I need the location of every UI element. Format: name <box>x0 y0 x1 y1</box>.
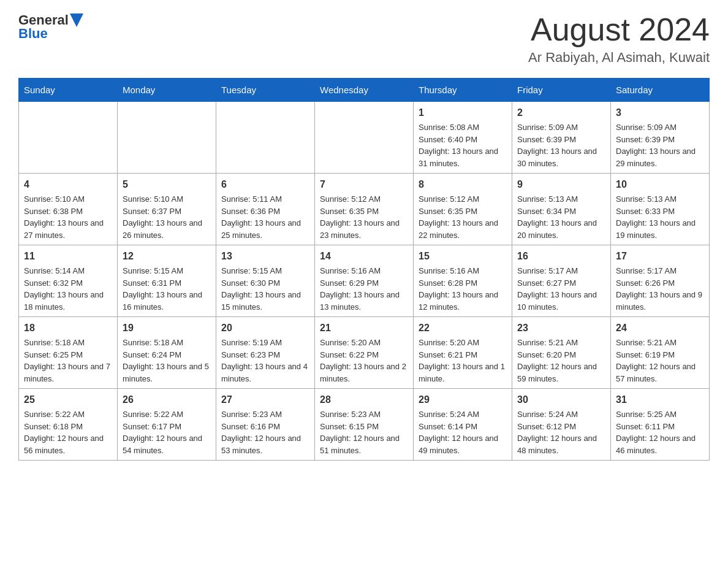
calendar-header-monday: Monday <box>118 79 216 102</box>
day-info: Sunrise: 5:10 AM Sunset: 6:38 PM Dayligh… <box>24 194 104 240</box>
day-info: Sunrise: 5:13 AM Sunset: 6:34 PM Dayligh… <box>517 194 597 240</box>
day-number: 8 <box>419 177 507 192</box>
day-number: 12 <box>123 249 211 264</box>
day-number: 2 <box>517 105 605 120</box>
day-number: 5 <box>123 177 211 192</box>
day-info: Sunrise: 5:23 AM Sunset: 6:15 PM Dayligh… <box>320 410 400 455</box>
day-info: Sunrise: 5:22 AM Sunset: 6:17 PM Dayligh… <box>123 410 202 455</box>
day-info: Sunrise: 5:24 AM Sunset: 6:14 PM Dayligh… <box>419 410 498 455</box>
calendar-cell: 21Sunrise: 5:20 AM Sunset: 6:22 PM Dayli… <box>315 317 414 389</box>
day-info: Sunrise: 5:18 AM Sunset: 6:25 PM Dayligh… <box>24 338 110 383</box>
calendar-week-row: 18Sunrise: 5:18 AM Sunset: 6:25 PM Dayli… <box>19 317 710 389</box>
day-number: 16 <box>517 249 605 264</box>
day-info: Sunrise: 5:13 AM Sunset: 6:33 PM Dayligh… <box>616 194 696 240</box>
day-number: 6 <box>221 177 309 192</box>
calendar-table: SundayMondayTuesdayWednesdayThursdayFrid… <box>18 78 710 461</box>
calendar-cell <box>315 102 414 174</box>
day-info: Sunrise: 5:19 AM Sunset: 6:23 PM Dayligh… <box>221 338 308 383</box>
day-number: 30 <box>517 393 605 407</box>
calendar-week-row: 4Sunrise: 5:10 AM Sunset: 6:38 PM Daylig… <box>19 174 710 245</box>
calendar-cell: 19Sunrise: 5:18 AM Sunset: 6:24 PM Dayli… <box>118 317 216 389</box>
calendar-cell: 11Sunrise: 5:14 AM Sunset: 6:32 PM Dayli… <box>19 245 118 317</box>
day-number: 20 <box>221 321 309 335</box>
calendar-cell: 17Sunrise: 5:17 AM Sunset: 6:26 PM Dayli… <box>611 245 710 317</box>
day-info: Sunrise: 5:21 AM Sunset: 6:20 PM Dayligh… <box>517 338 597 383</box>
day-number: 10 <box>616 177 704 192</box>
calendar-cell: 24Sunrise: 5:21 AM Sunset: 6:19 PM Dayli… <box>611 317 710 389</box>
calendar-cell: 15Sunrise: 5:16 AM Sunset: 6:28 PM Dayli… <box>414 245 512 317</box>
day-number: 15 <box>419 249 507 264</box>
day-number: 4 <box>24 177 112 192</box>
day-info: Sunrise: 5:08 AM Sunset: 6:40 PM Dayligh… <box>419 123 498 168</box>
calendar-cell: 8Sunrise: 5:12 AM Sunset: 6:35 PM Daylig… <box>414 174 512 245</box>
day-info: Sunrise: 5:09 AM Sunset: 6:39 PM Dayligh… <box>517 123 597 168</box>
day-number: 18 <box>24 321 112 335</box>
calendar-cell: 14Sunrise: 5:16 AM Sunset: 6:29 PM Dayli… <box>315 245 414 317</box>
calendar-cell: 28Sunrise: 5:23 AM Sunset: 6:15 PM Dayli… <box>315 389 414 461</box>
calendar-header-saturday: Saturday <box>611 79 710 102</box>
calendar-cell: 1Sunrise: 5:08 AM Sunset: 6:40 PM Daylig… <box>414 102 512 174</box>
calendar-cell: 20Sunrise: 5:19 AM Sunset: 6:23 PM Dayli… <box>216 317 315 389</box>
day-info: Sunrise: 5:20 AM Sunset: 6:21 PM Dayligh… <box>419 338 505 383</box>
calendar-cell: 2Sunrise: 5:09 AM Sunset: 6:39 PM Daylig… <box>512 102 611 174</box>
month-title: August 2024 <box>528 12 710 47</box>
day-info: Sunrise: 5:10 AM Sunset: 6:37 PM Dayligh… <box>123 194 202 240</box>
calendar-cell: 9Sunrise: 5:13 AM Sunset: 6:34 PM Daylig… <box>512 174 611 245</box>
day-info: Sunrise: 5:17 AM Sunset: 6:26 PM Dayligh… <box>616 266 702 312</box>
day-info: Sunrise: 5:16 AM Sunset: 6:29 PM Dayligh… <box>320 266 400 312</box>
calendar-cell <box>216 102 315 174</box>
day-number: 23 <box>517 321 605 335</box>
logo: General Blue <box>18 12 83 42</box>
day-number: 7 <box>320 177 408 192</box>
day-number: 9 <box>517 177 605 192</box>
day-info: Sunrise: 5:15 AM Sunset: 6:31 PM Dayligh… <box>123 266 202 312</box>
calendar-header-row: SundayMondayTuesdayWednesdayThursdayFrid… <box>19 79 710 102</box>
page-header: General Blue August 2024 Ar Rabiyah, Al … <box>18 12 710 66</box>
day-info: Sunrise: 5:25 AM Sunset: 6:11 PM Dayligh… <box>616 410 696 455</box>
day-number: 17 <box>616 249 704 264</box>
calendar-cell: 13Sunrise: 5:15 AM Sunset: 6:30 PM Dayli… <box>216 245 315 317</box>
calendar-cell: 5Sunrise: 5:10 AM Sunset: 6:37 PM Daylig… <box>118 174 216 245</box>
logo-blue: Blue <box>18 26 48 42</box>
calendar-cell: 31Sunrise: 5:25 AM Sunset: 6:11 PM Dayli… <box>611 389 710 461</box>
day-number: 24 <box>616 321 704 335</box>
day-number: 14 <box>320 249 408 264</box>
day-info: Sunrise: 5:09 AM Sunset: 6:39 PM Dayligh… <box>616 123 696 168</box>
calendar-week-row: 25Sunrise: 5:22 AM Sunset: 6:18 PM Dayli… <box>19 389 710 461</box>
calendar-cell: 27Sunrise: 5:23 AM Sunset: 6:16 PM Dayli… <box>216 389 315 461</box>
calendar-cell: 29Sunrise: 5:24 AM Sunset: 6:14 PM Dayli… <box>414 389 512 461</box>
calendar-cell <box>19 102 118 174</box>
location-title: Ar Rabiyah, Al Asimah, Kuwait <box>528 50 710 66</box>
day-info: Sunrise: 5:14 AM Sunset: 6:32 PM Dayligh… <box>24 266 104 312</box>
day-info: Sunrise: 5:18 AM Sunset: 6:24 PM Dayligh… <box>123 338 209 383</box>
day-info: Sunrise: 5:21 AM Sunset: 6:19 PM Dayligh… <box>616 338 696 383</box>
day-number: 26 <box>123 393 211 407</box>
day-info: Sunrise: 5:11 AM Sunset: 6:36 PM Dayligh… <box>221 194 301 240</box>
calendar-cell: 12Sunrise: 5:15 AM Sunset: 6:31 PM Dayli… <box>118 245 216 317</box>
day-info: Sunrise: 5:20 AM Sunset: 6:22 PM Dayligh… <box>320 338 406 383</box>
calendar-header-wednesday: Wednesday <box>315 79 414 102</box>
day-number: 19 <box>123 321 211 335</box>
calendar-cell: 16Sunrise: 5:17 AM Sunset: 6:27 PM Dayli… <box>512 245 611 317</box>
title-section: August 2024 Ar Rabiyah, Al Asimah, Kuwai… <box>528 12 710 66</box>
calendar-cell: 30Sunrise: 5:24 AM Sunset: 6:12 PM Dayli… <box>512 389 611 461</box>
day-number: 25 <box>24 393 112 407</box>
day-info: Sunrise: 5:16 AM Sunset: 6:28 PM Dayligh… <box>419 266 498 312</box>
day-number: 27 <box>221 393 309 407</box>
day-info: Sunrise: 5:23 AM Sunset: 6:16 PM Dayligh… <box>221 410 301 455</box>
calendar-cell: 4Sunrise: 5:10 AM Sunset: 6:38 PM Daylig… <box>19 174 118 245</box>
calendar-cell: 26Sunrise: 5:22 AM Sunset: 6:17 PM Dayli… <box>118 389 216 461</box>
day-number: 3 <box>616 105 704 120</box>
day-info: Sunrise: 5:15 AM Sunset: 6:30 PM Dayligh… <box>221 266 301 312</box>
day-info: Sunrise: 5:24 AM Sunset: 6:12 PM Dayligh… <box>517 410 597 455</box>
calendar-week-row: 11Sunrise: 5:14 AM Sunset: 6:32 PM Dayli… <box>19 245 710 317</box>
logo-icon <box>70 13 83 27</box>
day-number: 21 <box>320 321 408 335</box>
day-number: 11 <box>24 249 112 264</box>
day-info: Sunrise: 5:12 AM Sunset: 6:35 PM Dayligh… <box>419 194 498 240</box>
day-number: 28 <box>320 393 408 407</box>
calendar-cell: 18Sunrise: 5:18 AM Sunset: 6:25 PM Dayli… <box>19 317 118 389</box>
day-info: Sunrise: 5:17 AM Sunset: 6:27 PM Dayligh… <box>517 266 597 312</box>
calendar-header-tuesday: Tuesday <box>216 79 315 102</box>
calendar-cell: 7Sunrise: 5:12 AM Sunset: 6:35 PM Daylig… <box>315 174 414 245</box>
